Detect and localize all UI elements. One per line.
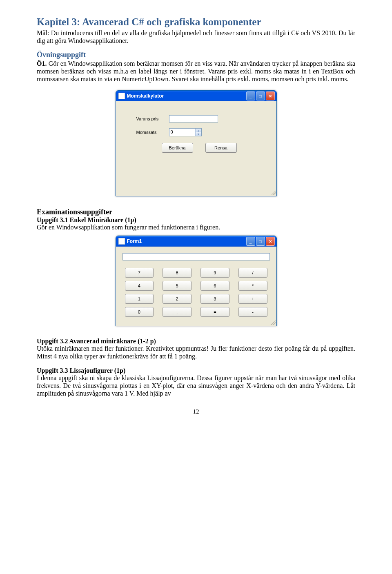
resize-grip-icon[interactable] [271,320,276,325]
calc-key[interactable]: - [238,307,267,317]
app-icon [118,238,125,245]
maximize-button[interactable]: □ [256,237,265,246]
u32-text: Utöka miniräknaren med fler funktioner. … [37,345,355,360]
app-icon [118,93,125,99]
price-label: Varans pris [136,116,169,121]
calc-key[interactable]: 6 [200,281,229,291]
calc-key[interactable]: 5 [163,281,192,291]
u33-title: Uppgift 3.3 Lissajoufigurer (1p) [37,367,355,374]
calc-window: Form1 _ □ ✕ 789/456*123+0.=- [116,236,277,326]
close-button[interactable]: ✕ [266,91,275,100]
calc-key[interactable]: 3 [200,294,229,304]
moms-window: Momskalkylator _ □ ✕ Varans pris Momssat… [116,90,277,196]
price-input[interactable] [169,115,218,122]
calc-button[interactable]: Beräkna [162,143,193,153]
calc-key[interactable]: / [238,268,267,278]
calc-key[interactable]: * [238,281,267,291]
window-title: Form1 [127,238,245,244]
calc-key[interactable]: 0 [125,307,154,317]
minimize-button[interactable]: _ [246,237,255,246]
window-body: Varans pris Momssats 0 ▲ ▼ Beräkna Rensa [116,101,276,196]
rate-label: Momssats [136,130,169,135]
rate-value[interactable]: 0 [169,129,195,136]
calc-key[interactable]: 7 [125,268,154,278]
o1-label: Ö1. [37,60,47,67]
window-title: Momskalkylator [127,93,245,99]
calc-key[interactable]: 9 [200,268,229,278]
maximize-button[interactable]: □ [256,91,265,100]
u33-text: I denna uppgift ska ni skapa de klassisk… [37,374,355,398]
calc-key[interactable]: 1 [125,294,154,304]
calc-key[interactable]: 4 [125,281,154,291]
resize-grip-icon[interactable] [271,190,276,195]
chapter-title: Kapitel 3: Avancerad C# och grafiska kom… [37,16,355,28]
u32-title: Uppgift 3.2 Avancerad miniräknare (1-2 p… [37,338,355,345]
ovning-heading: Övningsuppgift [37,51,355,59]
key-grid: 789/456*123+0.=- [122,268,270,317]
calc-key[interactable]: . [163,307,192,317]
u31-title: Uppgift 3.1 Enkel Miniräknare (1p) [37,216,355,224]
page-number: 12 [37,408,355,415]
minimize-button[interactable]: _ [246,91,255,100]
calc-key[interactable]: = [200,307,229,317]
titlebar[interactable]: Form1 _ □ ✕ [116,236,276,247]
calc-display[interactable] [122,253,270,260]
exams-heading: Examinationssuppgifter [37,208,355,216]
u31-text: Gör en Windowsapplikation som fungerar m… [37,224,355,231]
clear-button[interactable]: Rensa [205,143,237,153]
o1-text: Gör en Windowsapplikation som beräknar m… [37,60,355,82]
intro-text: Mål: Du introduceras till en del av alla… [37,29,355,45]
titlebar[interactable]: Momskalkylator _ □ ✕ [116,91,276,101]
close-button[interactable]: ✕ [266,237,275,246]
spin-up-icon[interactable]: ▲ [196,129,201,132]
calc-key[interactable]: 2 [163,294,192,304]
calc-key[interactable]: 8 [163,268,192,278]
spin-down-icon[interactable]: ▼ [196,132,201,136]
window-body: 789/456*123+0.=- [116,247,276,326]
rate-numeric-updown[interactable]: 0 ▲ ▼ [169,128,202,136]
calc-key[interactable]: + [238,294,267,304]
o1-paragraph: Ö1. Gör en Windowsapplikation som beräkn… [37,60,355,83]
